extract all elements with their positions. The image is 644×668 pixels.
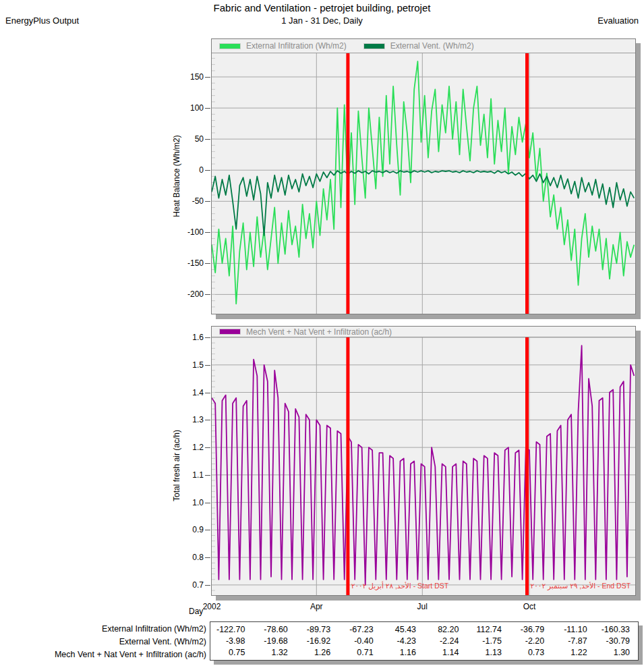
fresh-air-plot <box>212 337 635 595</box>
plot-background <box>212 53 635 314</box>
y-tick-mark <box>205 139 210 140</box>
x-axis-title: Day <box>189 607 203 616</box>
table-row-label: External Infiltration (Wh/m2) <box>55 623 206 636</box>
table-cell: 82.20 <box>424 625 467 634</box>
y-tick-mark <box>205 585 210 586</box>
table-cell: -122.70 <box>210 625 253 634</box>
y-tick-label: -100 <box>173 227 204 237</box>
table-cell: -7.87 <box>552 636 595 646</box>
y-tick-mark <box>205 447 210 448</box>
y-tick-label: 50 <box>173 134 204 144</box>
x-tick-label: Apr <box>310 602 323 611</box>
y-tick-mark <box>205 77 210 78</box>
heat-balance-chart[interactable]: External Infiltration (Wh/m2)External Ve… <box>211 38 636 314</box>
y-tick-label: -150 <box>173 258 204 268</box>
table-cell: -3.98 <box>210 636 253 646</box>
dst-annotation: الأحد, ٢٨ أبريل ٢٠٠٢ - Start DST <box>351 582 448 590</box>
legend-item: External Infiltration (Wh/m2) <box>220 41 347 51</box>
table-row: -122.70-78.60-89.73-67.2345.4382.20112.7… <box>210 625 638 634</box>
legend-item: Mech Vent + Nat Vent + Infiltration (ac/… <box>220 327 392 337</box>
legend-swatch <box>364 44 384 49</box>
y-tick-mark <box>205 263 210 264</box>
table-cell: -67.23 <box>339 625 381 634</box>
table-row: -3.98-19.68-16.92-0.40-4.23-2.24-1.75-2.… <box>210 636 638 646</box>
table-cell: -2.24 <box>424 636 467 646</box>
summary-table: -122.70-78.60-89.73-67.2345.4382.20112.7… <box>210 621 639 661</box>
table-cell: -11.10 <box>552 625 595 634</box>
table-cell: -2.20 <box>510 636 552 646</box>
mode-label: Evaluation <box>597 16 639 26</box>
legend-item: External Vent. (Wh/m2) <box>364 41 474 51</box>
legend-label: Mech Vent + Nat Vent + Infiltration (ac/… <box>246 327 392 337</box>
table-cell: 0.71 <box>339 648 381 657</box>
y-tick-label: 1.6 <box>173 333 204 342</box>
legend-label: External Vent. (Wh/m2) <box>390 41 474 51</box>
fresh-air-chart[interactable]: Mech Vent + Nat Vent + Infiltration (ac/… <box>211 326 636 596</box>
legend-swatch <box>220 44 240 49</box>
x-tick-label: Jul <box>417 602 428 611</box>
y-tick-label: 1.0 <box>173 498 204 507</box>
y-tick-mark <box>205 393 210 393</box>
y-tick-label: 100 <box>173 103 204 113</box>
table-cell: 45.43 <box>382 625 424 634</box>
y-tick-mark <box>205 557 210 558</box>
table-row-labels: External Infiltration (Wh/m2) External V… <box>55 623 206 661</box>
y-tick-label: 1.3 <box>173 415 204 424</box>
fresh-air-legend: Mech Vent + Nat Vent + Infiltration (ac/… <box>212 327 635 337</box>
y-tick-label: 0 <box>173 165 204 175</box>
energyplus-output-page: Fabric and Ventilation - petrojet buildi… <box>0 0 644 668</box>
table-cell: -0.40 <box>339 636 381 646</box>
table-cell: -19.68 <box>253 636 295 646</box>
y-tick-mark <box>205 420 210 420</box>
table-cell: -36.79 <box>510 625 552 634</box>
y-tick-mark <box>205 530 210 530</box>
table-cell: -30.79 <box>595 636 638 646</box>
y-tick-label: 1.4 <box>173 388 204 397</box>
y-tick-mark <box>205 337 210 338</box>
date-range-label: 1 Jan - 31 Dec, Daily <box>0 16 644 26</box>
table-cell: 1.13 <box>467 648 509 657</box>
y-tick-label: 0.8 <box>173 553 204 562</box>
y-tick-mark <box>205 201 210 202</box>
page-title: Fabric and Ventilation - petrojet buildi… <box>0 2 644 13</box>
table-cell: 0.75 <box>210 648 253 657</box>
legend-swatch <box>220 329 240 334</box>
y-tick-mark <box>205 294 210 295</box>
table-row: 0.751.321.260.711.161.141.130.731.221.30 <box>210 648 638 657</box>
y-tick-mark <box>205 108 210 109</box>
table-cell: -4.23 <box>382 636 424 646</box>
dst-annotation: الأحد, ٢٩ سبتمبر ٢٠٠٢ - End DST <box>531 582 631 590</box>
y-tick-mark <box>205 503 210 503</box>
table-cell: 1.14 <box>424 648 467 657</box>
x-tick-label: Oct <box>523 602 536 611</box>
y-tick-label: -50 <box>173 196 204 206</box>
table-cell: -1.75 <box>467 636 509 646</box>
table-cell: 0.73 <box>510 648 552 657</box>
heat-balance-legend: External Infiltration (Wh/m2)External Ve… <box>212 39 635 53</box>
table-row-label: External Vent. (Wh/m2) <box>55 636 206 648</box>
legend-label: External Infiltration (Wh/m2) <box>246 41 347 51</box>
y-tick-label: 1.5 <box>173 360 204 370</box>
y-tick-mark <box>205 170 210 171</box>
heat-balance-plot <box>212 53 635 314</box>
table-cell: 1.22 <box>552 648 595 657</box>
y-tick-label: -200 <box>173 289 204 299</box>
y-tick-label: 1.1 <box>173 470 204 480</box>
x-tick-label: 2002 <box>203 602 221 611</box>
table-cell: -160.33 <box>595 625 638 634</box>
y-tick-label: 1.2 <box>173 443 204 452</box>
table-cell: 1.32 <box>253 648 295 657</box>
y-tick-label: 0.7 <box>173 580 204 590</box>
table-cell: -16.92 <box>296 636 339 646</box>
y-tick-label: 0.9 <box>173 525 204 534</box>
table-cell: 1.26 <box>296 648 339 657</box>
table-cell: 1.16 <box>382 648 424 657</box>
y-tick-mark <box>205 365 210 366</box>
y-tick-mark <box>205 232 210 233</box>
table-row-label: Mech Vent + Nat Vent + Infiltration (ac/… <box>55 648 206 661</box>
table-cell: 1.30 <box>595 648 638 657</box>
table-cell: -78.60 <box>253 625 295 634</box>
y-tick-mark <box>205 475 210 476</box>
table-cell: -89.73 <box>296 625 339 634</box>
table-cell: 112.74 <box>467 625 509 634</box>
